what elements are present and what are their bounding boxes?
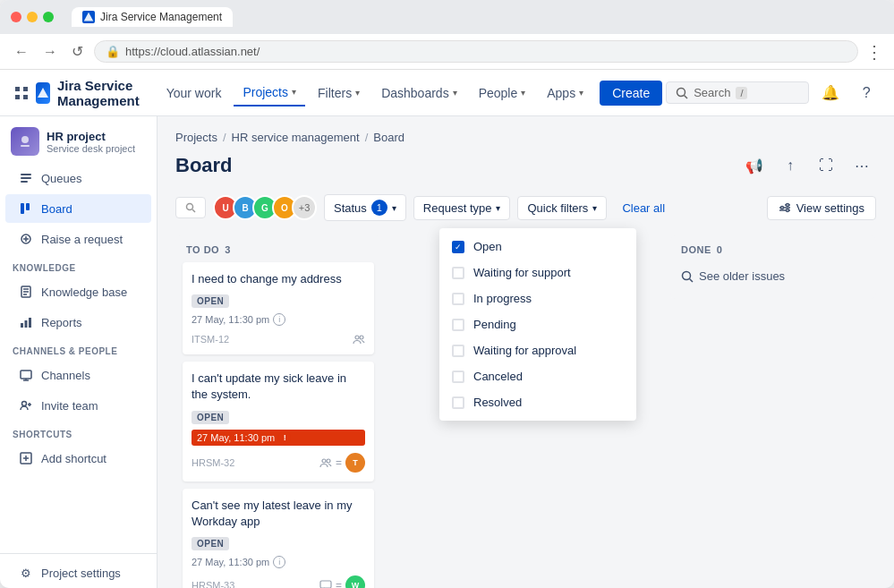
reports-icon [18,314,34,330]
invite-team-icon [18,397,34,413]
projects-chevron-icon: ▾ [292,87,296,97]
card-icons-3: = W [319,575,365,588]
see-older-issues[interactable]: See older issues [677,262,869,290]
sidebar-item-project-settings[interactable]: ⚙ Project settings [5,558,151,587]
card-hrsm-32[interactable]: I can't update my sick leave in the syst… [183,362,374,481]
dropdown-label-in-progress: In progress [473,292,532,305]
request-type-filter-button[interactable]: Request type ▾ [413,196,511,220]
grid-icon[interactable] [14,81,29,106]
dropdown-checkbox-open[interactable] [452,241,464,253]
done-column-header: DONE 0 [677,244,869,262]
sidebar-item-add-shortcut[interactable]: Add shortcut [5,444,151,473]
shortcuts-section-label: SHORTCUTS [0,421,157,443]
avatar-filter-more[interactable]: +3 [292,195,317,220]
request-type-label: Request type [423,201,492,215]
forward-button[interactable]: → [39,40,61,64]
raise-request-icon [18,231,34,247]
breadcrumb-project-name[interactable]: HR service management [232,131,360,144]
dropdown-item-resolved[interactable]: Resolved [439,389,636,415]
dropdown-item-canceled[interactable]: Canceled [439,363,636,389]
sidebar-item-queues[interactable]: Queues [5,164,151,192]
your-work-menu[interactable]: Your work [158,81,231,106]
view-settings-button[interactable]: View settings [767,196,876,220]
add-shortcut-label: Add shortcut [41,452,106,465]
dropdown-label-canceled: Canceled [473,370,523,383]
notifications-button[interactable]: 🔔 [816,79,845,107]
knowledge-base-icon [18,284,34,300]
dropdown-checkbox-pending[interactable] [452,319,464,331]
filters-menu[interactable]: Filters ▾ [309,81,369,106]
dropdown-checkbox-waiting-approval[interactable] [452,345,464,357]
breadcrumb-projects[interactable]: Projects [175,131,217,144]
dropdown-item-in-progress[interactable]: In progress [439,285,636,311]
card-itsm-12[interactable]: I need to change my address OPEN 27 May,… [183,262,374,354]
svg-point-32 [187,204,193,210]
info-icon-1: i [273,313,285,326]
reports-label: Reports [41,316,82,329]
dashboards-menu[interactable]: Dashboards ▾ [372,81,466,106]
page-title: Board [175,154,233,177]
sidebar-item-board[interactable]: Board [5,194,151,223]
dropdown-item-open[interactable]: Open [439,234,636,260]
main-content: Projects / HR service management / Board… [158,116,894,588]
app-logo[interactable]: Jira Service Management [36,78,147,108]
address-bar[interactable]: 🔒 https://cloud.atlassian.net/ [94,40,858,63]
clear-all-button[interactable]: Clear all [617,197,669,219]
announcement-button[interactable]: 📢 [740,151,769,180]
help-button[interactable]: ? [852,79,881,107]
sidebar-item-invite-team[interactable]: Invite team [5,391,151,420]
projects-menu[interactable]: Projects ▾ [234,80,305,107]
dropdown-checkbox-in-progress[interactable] [452,293,464,305]
settings-button[interactable]: ⚙ [888,79,894,107]
people-menu[interactable]: People ▾ [470,81,535,106]
project-settings-icon: ⚙ [18,565,34,581]
sidebar-item-raise-request[interactable]: Raise a request [5,225,151,253]
more-options-button[interactable]: ⋯ [847,151,876,180]
sidebar-item-channels[interactable]: Channels [5,361,151,389]
project-type: Service desk project [47,143,135,154]
dropdown-item-waiting-approval[interactable]: Waiting for approval [439,337,636,363]
fullscreen-button[interactable]: ⛶ [812,151,840,180]
dropdown-label-waiting-support: Waiting for support [473,266,571,279]
status-chevron-icon: ▾ [392,203,396,213]
knowledge-base-label: Knowledge base [41,285,127,299]
card-hrsm-33[interactable]: Can't see my latest leave in my Workday … [183,489,374,588]
minimize-dot[interactable] [27,12,38,22]
apps-menu[interactable]: Apps ▾ [538,81,592,106]
sidebar-item-reports[interactable]: Reports [5,308,151,337]
maximize-dot[interactable] [43,12,54,22]
share-button[interactable]: ↑ [776,151,805,180]
card-date-3: 27 May, 11:30 pm i [192,556,365,568]
quick-filters-button[interactable]: Quick filters ▾ [517,196,607,220]
filters-label: Filters [318,86,352,100]
channels-icon [18,367,34,383]
project-header[interactable]: HR project Service desk project [0,116,157,163]
dropdown-checkbox-canceled[interactable] [452,371,464,383]
dropdown-checkbox-resolved[interactable] [452,396,464,409]
status-filter-button[interactable]: Status 1 ▾ [324,194,406,221]
invite-team-label: Invite team [41,399,98,413]
view-settings-icon [779,201,791,214]
people-icon-1 [353,333,365,345]
apps-label: Apps [547,86,575,100]
project-info: HR project Service desk project [47,130,135,154]
project-icon [11,127,39,156]
card-title-1: I need to change my address [192,271,365,287]
sidebar-item-knowledge-base[interactable]: Knowledge base [5,277,151,306]
dropdown-item-pending[interactable]: Pending [439,311,636,337]
dropdown-checkbox-waiting-support[interactable] [452,267,464,279]
people-label: People [479,86,518,100]
search-box[interactable]: Search / [666,81,809,104]
create-button[interactable]: Create [600,81,662,106]
svg-point-34 [780,207,783,209]
priority-icon-2: = [336,456,342,469]
close-dot[interactable] [11,12,21,22]
board-search[interactable] [175,197,206,218]
browser-menu-button[interactable]: ⋮ [865,41,883,63]
dropdown-item-waiting-support[interactable]: Waiting for support [439,260,636,285]
refresh-button[interactable]: ↺ [68,39,87,64]
project-settings-label: Project settings [41,567,121,580]
card-footer-2: HRSM-32 = T [192,453,365,473]
back-button[interactable]: ← [11,40,32,64]
browser-tab[interactable]: Jira Service Management [72,7,233,27]
